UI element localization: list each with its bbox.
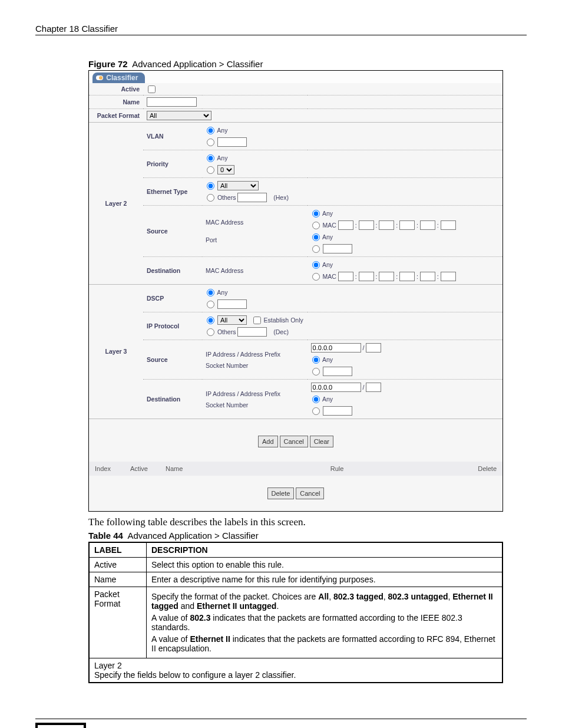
ip-addr-label: IP Address / Address Prefix bbox=[206, 350, 304, 358]
layer3-label: Layer 3 bbox=[89, 284, 143, 419]
vlan-any-radio[interactable] bbox=[207, 127, 214, 134]
l2-dest-label: Destination bbox=[143, 256, 202, 284]
dst-mac-radio[interactable] bbox=[312, 273, 320, 281]
classifier-tab[interactable]: Classifier bbox=[92, 73, 145, 83]
src-mac-5[interactable] bbox=[420, 220, 435, 230]
src-mac-any-radio[interactable] bbox=[312, 210, 320, 218]
th-label: LABEL bbox=[89, 542, 147, 558]
eth-all-radio[interactable] bbox=[207, 182, 214, 190]
figure-caption: Figure 72 Advanced Application > Classif… bbox=[88, 59, 527, 69]
vlan-label: VLAN bbox=[143, 122, 202, 150]
src-mac-6[interactable] bbox=[441, 220, 456, 230]
list-button-row: Delete Cancel bbox=[89, 476, 503, 511]
add-button[interactable]: Add bbox=[258, 436, 278, 447]
dst-mac-1[interactable] bbox=[338, 272, 353, 281]
table-row: Name Enter a descriptive name for this r… bbox=[89, 572, 503, 587]
src-mac-4[interactable] bbox=[399, 220, 415, 230]
src-mac-radio[interactable] bbox=[312, 222, 320, 229]
dst-socket-any-radio[interactable] bbox=[312, 396, 320, 403]
dst-socket-radio[interactable] bbox=[312, 407, 320, 415]
mac-address-label: MAC Address bbox=[206, 219, 304, 226]
delete-button[interactable]: Delete bbox=[267, 487, 295, 499]
src-socket-input[interactable] bbox=[323, 367, 352, 376]
label-description-table: LABEL DESCRIPTION Active Select this opt… bbox=[88, 542, 503, 683]
priority-select[interactable]: 0 bbox=[217, 165, 234, 174]
col-delete: Delete bbox=[461, 465, 497, 472]
th-desc: DESCRIPTION bbox=[147, 542, 503, 558]
socket-label: Socket Number bbox=[206, 401, 304, 409]
l2-source-label: Source bbox=[143, 205, 202, 256]
body-text: The following table describes the labels… bbox=[88, 516, 527, 528]
establish-checkbox[interactable] bbox=[253, 317, 261, 324]
dscp-label: DSCP bbox=[143, 284, 202, 312]
priority-any-radio[interactable] bbox=[207, 154, 214, 162]
ip-addr-label: IP Address / Address Prefix bbox=[206, 390, 304, 398]
classifier-screenshot: Classifier Active Name Packet Format All bbox=[88, 70, 503, 512]
src-port-any-radio[interactable] bbox=[312, 233, 320, 241]
ipproto-others-radio[interactable] bbox=[207, 328, 214, 336]
table-row: Packet Format Specify the format of the … bbox=[89, 587, 503, 658]
layer2-label: Layer 2 bbox=[89, 122, 143, 284]
vlan-value-radio[interactable] bbox=[207, 139, 214, 146]
page-header: Chapter 18 Classifier bbox=[35, 24, 527, 35]
form-button-row: Add Cancel Clear bbox=[89, 419, 503, 462]
active-label: Active bbox=[89, 83, 143, 95]
dscp-input[interactable] bbox=[217, 299, 247, 309]
packet-format-select[interactable]: All bbox=[147, 111, 211, 120]
dst-ip-input[interactable] bbox=[311, 383, 361, 392]
dst-mac-4[interactable] bbox=[399, 272, 415, 281]
col-name: Name bbox=[166, 465, 213, 472]
eth-others-radio[interactable] bbox=[207, 194, 214, 202]
src-mac-2[interactable] bbox=[359, 220, 374, 230]
name-input[interactable] bbox=[147, 97, 197, 107]
col-active: Active bbox=[130, 465, 166, 472]
eth-type-label: Ethernet Type bbox=[143, 177, 202, 205]
page-footer: 150 ES-3148 User's Guide bbox=[35, 719, 527, 728]
dst-prefix-input[interactable] bbox=[366, 383, 381, 392]
cancel-button-2[interactable]: Cancel bbox=[296, 487, 324, 499]
src-ip-input[interactable] bbox=[311, 343, 361, 353]
active-checkbox[interactable] bbox=[148, 85, 156, 93]
dst-socket-input[interactable] bbox=[323, 406, 352, 416]
ipproto-all-radio[interactable] bbox=[207, 317, 214, 324]
src-socket-any-radio[interactable] bbox=[312, 356, 320, 364]
dst-mac-6[interactable] bbox=[441, 272, 456, 281]
eth-others-input[interactable] bbox=[237, 193, 267, 202]
ipproto-label: IP Protocol bbox=[143, 312, 202, 340]
l3-dest-label: Destination bbox=[143, 379, 202, 419]
rule-list-header: Index Active Name Rule Delete bbox=[89, 462, 503, 476]
ipproto-others-input[interactable] bbox=[237, 327, 267, 337]
dst-mac-5[interactable] bbox=[420, 272, 435, 281]
src-port-radio[interactable] bbox=[312, 245, 320, 253]
svg-point-1 bbox=[99, 76, 103, 80]
mac-address-label: MAC Address bbox=[206, 267, 304, 274]
src-mac-3[interactable] bbox=[379, 220, 394, 230]
dscp-value-radio[interactable] bbox=[207, 301, 214, 308]
port-label: Port bbox=[206, 236, 304, 243]
table-caption: Table 44 Advanced Application > Classifi… bbox=[88, 531, 527, 541]
dst-mac-3[interactable] bbox=[379, 272, 394, 281]
vlan-input[interactable] bbox=[217, 137, 247, 147]
col-rule: Rule bbox=[213, 465, 461, 472]
table-row: Layer 2 Specify the fields below to conf… bbox=[89, 658, 503, 683]
eth-type-select[interactable]: All bbox=[217, 181, 259, 190]
dst-mac-2[interactable] bbox=[359, 272, 374, 281]
page-number: 150 bbox=[35, 723, 86, 728]
name-label: Name bbox=[89, 95, 143, 108]
packet-format-label: Packet Format bbox=[89, 108, 143, 122]
col-index: Index bbox=[95, 465, 130, 472]
dst-mac-any-radio[interactable] bbox=[312, 261, 320, 269]
src-port-input[interactable] bbox=[323, 244, 352, 253]
priority-label: Priority bbox=[143, 150, 202, 177]
cancel-button[interactable]: Cancel bbox=[280, 436, 308, 447]
ipproto-select[interactable]: All bbox=[217, 315, 247, 325]
l3-source-label: Source bbox=[143, 340, 202, 379]
table-row: Active Select this option to enable this… bbox=[89, 557, 503, 572]
src-prefix-input[interactable] bbox=[366, 343, 381, 353]
src-socket-radio[interactable] bbox=[312, 368, 320, 375]
priority-value-radio[interactable] bbox=[207, 166, 214, 174]
dscp-any-radio[interactable] bbox=[207, 289, 214, 297]
socket-label: Socket Number bbox=[206, 362, 304, 369]
clear-button[interactable]: Clear bbox=[310, 436, 333, 447]
src-mac-1[interactable] bbox=[338, 220, 353, 230]
